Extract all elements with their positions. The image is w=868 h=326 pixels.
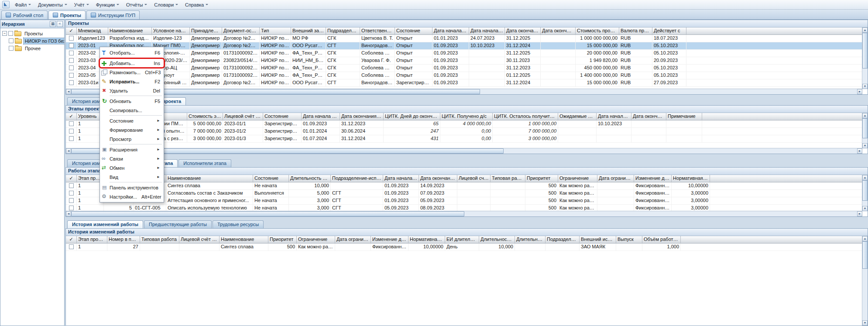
scroll-up-button[interactable] [862, 236, 868, 241]
column-header[interactable]: Условное наименование [152, 27, 190, 35]
table-row[interactable]: 2023-02Технология-ЭМСДемопример017310000… [66, 50, 862, 57]
column-header[interactable]: Ожидаемые резул [558, 113, 597, 120]
tree-item[interactable]: −Проекты [0, 30, 64, 37]
vertical-scrollbar[interactable] [862, 113, 868, 148]
menu-item[interactable]: Просмотр► [101, 134, 163, 144]
table-row[interactable]: 2023-01Разработка постоянных магнитовМаг… [66, 42, 862, 50]
row-checkbox[interactable] [69, 73, 74, 78]
tree-item[interactable]: Прочее [0, 45, 64, 52]
menubar-item[interactable]: Учёт [71, 1, 93, 8]
column-header[interactable]: ✓ [66, 27, 77, 35]
column-header[interactable]: Внешний исполни [580, 236, 616, 244]
scroll-thumb[interactable] [71, 211, 464, 216]
scroll-right-button[interactable] [857, 148, 862, 154]
column-header[interactable]: Лицевой счёт затр [457, 175, 491, 182]
table-row[interactable]: 1Изготовление опытной партии ПМ085-015 0… [66, 120, 862, 128]
column-header[interactable]: Лицевой счёт затр [179, 236, 220, 244]
collapse-icon[interactable]: « [57, 21, 63, 27]
column-header[interactable]: Дата начала план [302, 113, 340, 120]
column-header[interactable]: ЦИТК. Дней до окончания [384, 113, 440, 120]
menu-item[interactable]: Настройки...Alt+Enter [101, 192, 163, 201]
column-header[interactable]: Подразделение-ис [546, 236, 580, 244]
table-row[interactable]: 2023-01иПостоянный маг...ДемопримерДогов… [66, 79, 862, 87]
column-header[interactable]: Стоимость этапа [187, 113, 223, 120]
app-logo-icon[interactable] [2, 1, 10, 8]
column-header[interactable]: Подразделение-ответственный [326, 27, 360, 35]
menubar-item[interactable]: Файл [11, 1, 34, 8]
column-header[interactable]: Дата окончания план [419, 175, 457, 182]
menu-item[interactable]: Скопировать... [101, 106, 163, 115]
menu-item[interactable]: УдалитьDel [101, 86, 163, 95]
scroll-left-button[interactable] [66, 89, 71, 94]
horizontal-scrollbar[interactable] [66, 148, 862, 154]
table-row[interactable]: 1501-СГТ-005Описать используемую техноло… [66, 205, 862, 211]
column-header[interactable]: Подразделение-исполнитель [331, 175, 383, 182]
menu-item[interactable]: Размножить...Ctrl+F3 [101, 68, 163, 77]
row-checkbox[interactable] [69, 191, 74, 196]
table-row[interactable]: Изделие123Разработка изделия 123Изделие-… [66, 35, 862, 42]
row-checkbox[interactable] [69, 65, 74, 70]
tree-item[interactable]: НИОКР по ГОЗ без НДС [0, 37, 64, 45]
column-header[interactable]: Уровень [77, 113, 101, 120]
column-header[interactable]: Дата окончания факт. [541, 27, 576, 35]
vertical-scrollbar[interactable] [862, 175, 868, 211]
column-header[interactable]: ЦИТК. Осталось получить д/с [493, 113, 558, 120]
menu-item[interactable]: Связи► [101, 154, 163, 163]
scroll-down-button[interactable] [862, 320, 868, 326]
horizontal-scrollbar[interactable] [66, 211, 862, 216]
column-header[interactable]: ✓ [66, 113, 77, 120]
column-header[interactable]: Изменение длител [371, 236, 408, 244]
column-header[interactable]: Состояние [263, 113, 302, 120]
column-header[interactable]: Примечание [666, 113, 702, 120]
row-checkbox[interactable] [69, 80, 74, 85]
row-checkbox[interactable] [69, 183, 74, 188]
grid-icon[interactable]: ▦ [50, 21, 56, 27]
horizontal-scrollbar[interactable] [66, 89, 862, 94]
table-row[interactable]: 1Исследование проведенной опытной партии… [66, 128, 862, 135]
table-row[interactable]: 127Синтез сплаваНе начата10,00001.09.202… [66, 182, 862, 190]
section-tab[interactable]: Предшествующие работы [144, 220, 212, 228]
column-header[interactable]: Выпуск [616, 236, 642, 244]
column-header[interactable]: Длительность пла [479, 236, 515, 244]
row-checkbox[interactable] [69, 136, 74, 141]
column-header[interactable]: Изменение длител [634, 175, 672, 182]
column-header[interactable]: Типовая работа [491, 175, 525, 182]
scroll-up-button[interactable] [862, 113, 868, 118]
window-tab[interactable]: Проекты [48, 10, 86, 19]
column-header[interactable]: Принадлежность [190, 27, 222, 35]
scroll-left-button[interactable] [66, 211, 71, 216]
menubar-item[interactable]: Словари [151, 1, 182, 8]
column-header[interactable]: Валюта проекта [619, 27, 652, 35]
column-header[interactable]: Приоритет [525, 175, 558, 182]
menu-item[interactable]: Обмен► [101, 163, 163, 172]
column-header[interactable]: Ограничение [558, 175, 597, 182]
column-header[interactable]: Дата ограничения [335, 236, 371, 244]
column-header[interactable]: Мнемокод [77, 27, 108, 35]
table-row[interactable]: 1201-СГТ-002Аттестация основного и приме… [66, 197, 862, 205]
scroll-thumb[interactable] [862, 241, 868, 269]
column-header[interactable]: Дата начала факт. [469, 27, 505, 35]
column-header[interactable]: Длительность план▼ [289, 175, 331, 182]
column-header[interactable]: Нормативная длит [672, 175, 710, 182]
column-header[interactable]: Дата начала факт [597, 113, 631, 120]
menu-item[interactable]: Отобрать...F6 [101, 48, 163, 57]
column-header[interactable]: Типовая работа [140, 236, 179, 244]
menubar-item[interactable]: Функции [93, 1, 123, 8]
scroll-right-button[interactable] [857, 89, 862, 94]
column-header[interactable]: Тип [260, 27, 291, 35]
section-tab[interactable]: История изменений работы [67, 220, 143, 228]
column-header[interactable]: Наименование [166, 175, 253, 182]
scroll-thumb[interactable] [862, 180, 868, 201]
column-header[interactable]: Дата окончания ф [631, 113, 666, 120]
column-header[interactable]: ЕИ длительности [445, 236, 479, 244]
column-header[interactable]: Документ-основание [222, 27, 260, 35]
column-header[interactable]: Наименование [220, 236, 268, 244]
column-header[interactable]: Наименование [108, 27, 152, 35]
column-header[interactable]: Дата начала план [383, 175, 419, 182]
scroll-up-button[interactable] [862, 27, 868, 33]
column-header[interactable]: ✓ [66, 236, 77, 244]
scroll-up-button[interactable] [862, 175, 868, 180]
column-header[interactable]: Лицевой счёт затрат. [223, 113, 263, 120]
expander-icon[interactable]: − [2, 31, 7, 36]
menu-item[interactable]: Панель инструментов [101, 183, 163, 192]
